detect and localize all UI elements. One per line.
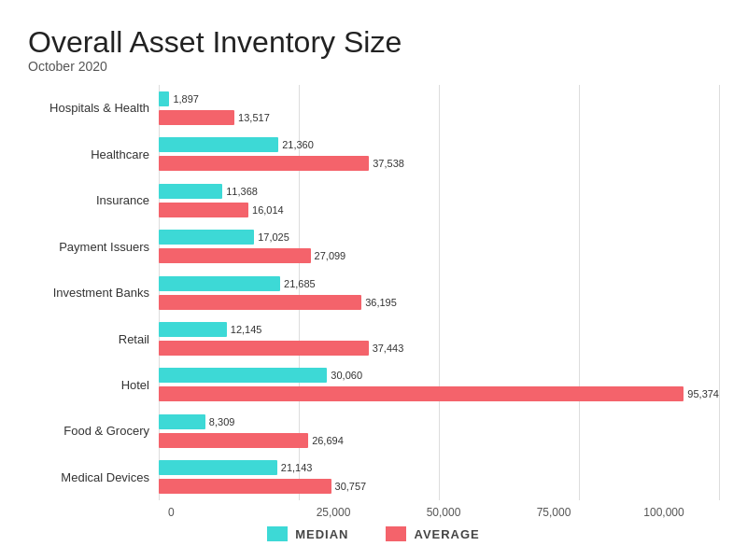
y-axis-label: Healthcare (28, 148, 149, 161)
median-value-label: 21,360 (282, 139, 314, 150)
average-bar (159, 248, 311, 263)
bar-group: 30,06095,374 (159, 367, 719, 402)
average-value-label: 27,099 (315, 250, 346, 261)
legend-median-label: MEDIAN (295, 527, 348, 541)
median-bar (159, 414, 205, 429)
bar-group: 17,02527,099 (159, 229, 719, 264)
average-bar-wrap: 30,757 (159, 478, 719, 495)
median-value-label: 17,025 (258, 231, 289, 243)
average-value-label: 30,757 (335, 481, 367, 492)
median-value-label: 21,143 (281, 462, 313, 473)
bar-group: 21,36037,538 (159, 136, 719, 172)
average-value-label: 26,694 (312, 435, 344, 446)
y-axis-label: Hospitals & Health (28, 102, 149, 114)
median-bar (159, 276, 280, 291)
average-value-label: 36,195 (365, 297, 397, 308)
chart-area: Hospitals & HealthHealthcareInsurancePay… (28, 85, 719, 541)
bar-rows: 1,89713,51721,36037,53811,36816,01417,02… (159, 85, 719, 500)
average-bar (159, 479, 331, 494)
average-bar (159, 386, 684, 401)
legend-median: MEDIAN (267, 526, 348, 541)
bar-group: 21,68536,195 (159, 275, 719, 311)
legend: MEDIAN AVERAGE (28, 526, 719, 541)
average-bar-wrap: 37,538 (159, 155, 719, 172)
median-bar-wrap: 11,368 (159, 183, 719, 200)
average-value-label: 37,538 (373, 158, 404, 169)
x-axis-tick: 0 (168, 506, 278, 519)
median-bar (159, 322, 227, 337)
median-value-label: 11,368 (226, 186, 258, 197)
legend-average-label: AVERAGE (414, 527, 479, 541)
median-bar-wrap: 8,309 (159, 413, 719, 430)
grid-line (719, 85, 720, 500)
average-bar-wrap: 13,517 (159, 109, 719, 126)
median-value-label: 1,897 (173, 93, 199, 105)
median-bar-wrap: 30,060 (159, 367, 719, 384)
y-axis-label: Food & Grocery (28, 425, 149, 437)
average-bar-wrap: 95,374 (159, 385, 719, 402)
median-value-label: 8,309 (209, 416, 235, 427)
bar-group: 11,36816,014 (159, 183, 719, 218)
y-axis-labels: Hospitals & HealthHealthcareInsurancePay… (28, 85, 159, 500)
average-bar (159, 110, 234, 125)
median-bar (159, 137, 278, 152)
average-bar-wrap: 26,694 (159, 432, 719, 449)
chart-body: Hospitals & HealthHealthcareInsurancePay… (28, 85, 719, 500)
median-value-label: 30,060 (331, 370, 362, 381)
bar-group: 12,14537,443 (159, 321, 719, 357)
y-axis-label: Insurance (28, 194, 149, 206)
bars-area: 1,89713,51721,36037,53811,36816,01417,02… (159, 85, 719, 500)
median-bar (159, 230, 254, 245)
legend-average-box (386, 526, 406, 541)
median-bar (159, 368, 327, 383)
x-axis-tick: 100,000 (609, 506, 719, 519)
average-bar-wrap: 16,014 (159, 202, 719, 218)
average-bar-wrap: 27,099 (159, 247, 719, 264)
y-axis-label: Payment Issuers (28, 241, 149, 253)
y-axis-label: Medical Devices (28, 471, 149, 483)
x-axis-tick: 25,000 (278, 506, 388, 519)
average-value-label: 37,443 (373, 343, 404, 354)
x-axis-tick: 75,000 (499, 506, 609, 519)
bar-group: 1,89713,517 (159, 91, 719, 126)
average-bar-wrap: 36,195 (159, 294, 719, 311)
median-bar-wrap: 12,145 (159, 321, 719, 338)
chart-title: Overall Asset Inventory Size (28, 26, 719, 59)
average-value-label: 13,517 (238, 112, 270, 123)
median-value-label: 12,145 (231, 324, 262, 335)
legend-median-box (267, 526, 288, 541)
y-axis-label: Retail (28, 333, 149, 345)
average-bar (159, 295, 361, 310)
x-axis: 025,00050,00075,000100,000 (168, 506, 719, 519)
legend-average: AVERAGE (386, 526, 479, 541)
average-bar (159, 156, 369, 171)
x-axis-tick: 50,000 (388, 506, 499, 519)
median-bar-wrap: 1,897 (159, 91, 719, 107)
average-value-label: 16,014 (252, 204, 284, 216)
median-bar-wrap: 17,025 (159, 229, 719, 245)
median-value-label: 21,685 (284, 278, 316, 289)
median-bar-wrap: 21,143 (159, 459, 719, 476)
median-bar (159, 460, 277, 475)
average-bar-wrap: 37,443 (159, 340, 719, 357)
average-bar (159, 341, 369, 356)
median-bar-wrap: 21,685 (159, 275, 719, 292)
median-bar-wrap: 21,360 (159, 136, 719, 153)
median-bar (159, 184, 222, 199)
median-bar (159, 91, 169, 106)
average-bar (159, 203, 248, 217)
y-axis-label: Hotel (28, 379, 149, 391)
page-container: Overall Asset Inventory Size October 202… (0, 0, 747, 560)
average-value-label: 95,374 (687, 388, 719, 399)
bar-group: 8,30926,694 (159, 413, 719, 449)
bar-group: 21,14330,757 (159, 459, 719, 495)
average-bar (159, 433, 308, 448)
chart-subtitle: October 2020 (28, 59, 719, 74)
y-axis-label: Investment Banks (28, 287, 149, 299)
